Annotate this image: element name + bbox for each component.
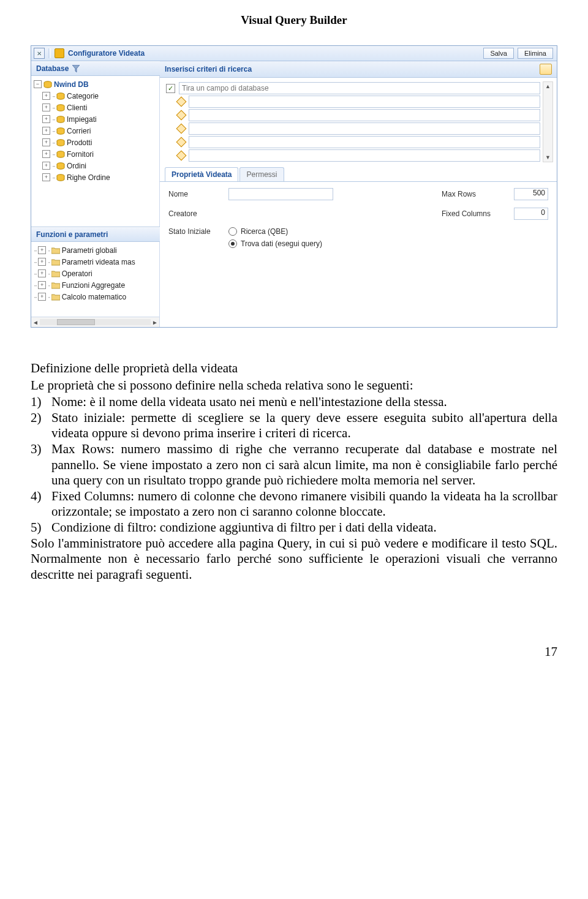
expand-icon[interactable]: + (38, 269, 46, 277)
tree-connector: ·· (48, 246, 50, 255)
expand-icon[interactable]: + (42, 173, 50, 181)
tree-connector: ··· (34, 269, 36, 278)
radio-trovadati[interactable] (228, 239, 237, 248)
expand-icon[interactable]: + (38, 258, 46, 266)
table-item[interactable]: Prodotti (67, 138, 92, 147)
expand-icon[interactable]: + (42, 127, 50, 135)
maxrows-label: Max Rows (442, 190, 509, 198)
tree-connector: ··· (52, 162, 55, 170)
scroll-down-icon[interactable]: ▼ (543, 153, 552, 162)
fixedcols-label: Fixed Columns (442, 209, 509, 218)
function-item[interactable]: Parametri globali (62, 246, 117, 255)
criteria-input[interactable] (189, 96, 540, 108)
function-item[interactable]: Calcolo matematico (62, 293, 126, 301)
section-title: Definizione delle proprietà della videat… (31, 361, 557, 377)
close-icon[interactable]: ✕ (34, 48, 45, 59)
database-panel-header: Database (31, 61, 160, 76)
diamond-icon (176, 97, 187, 107)
criteria-header: Inserisci criteri di ricerca (160, 61, 557, 78)
radio-trovadati-label: Trova dati (esegui query) (241, 239, 322, 248)
diamond-icon (176, 124, 187, 134)
page-number: 17 (31, 644, 557, 660)
table-item[interactable]: Righe Ordine (67, 173, 110, 182)
expand-icon[interactable]: + (38, 246, 46, 254)
database-tree: − Nwind DB +···Categorie+···Clienti+···I… (31, 76, 160, 227)
fixedcols-field[interactable]: 0 (514, 208, 548, 220)
scroll-right-icon[interactable]: ► (151, 319, 159, 326)
table-icon (56, 104, 65, 111)
tree-connector: ··· (34, 281, 36, 290)
list-number: 4) (31, 489, 51, 520)
table-item[interactable]: Impiegati (67, 115, 97, 124)
diamond-icon (176, 137, 187, 148)
tab-properties[interactable]: Proprietà Videata (165, 167, 238, 181)
diamond-icon (176, 151, 187, 161)
expand-icon[interactable]: + (42, 138, 50, 146)
app-panel: ✕ Configuratore Videata Salva Elimina Da… (31, 45, 557, 328)
delete-button[interactable]: Elimina (518, 48, 553, 59)
db-root[interactable]: Nwind DB (54, 80, 89, 89)
table-item[interactable]: Corrieri (67, 127, 91, 135)
scroll-up-icon[interactable]: ▲ (543, 82, 552, 91)
creatore-label: Creatore (168, 209, 224, 218)
horizontal-scrollbar[interactable]: ◄ ► (31, 317, 160, 327)
config-icon (55, 48, 64, 58)
expand-icon[interactable]: + (42, 115, 50, 123)
table-list: +···Categorie+···Clienti+···Impiegati+··… (34, 90, 158, 183)
list-item-text: Max Rows: numero massimo di righe che ve… (51, 442, 557, 489)
function-item[interactable]: Funzioni Aggregate (62, 281, 125, 290)
table-icon (56, 151, 65, 158)
expand-icon[interactable]: + (38, 293, 46, 301)
list-number: 5) (31, 520, 51, 536)
criteria-input[interactable] (189, 109, 540, 121)
functions-panel-header: Funzioni e parametri (31, 227, 160, 242)
radio-ricerca-label: Ricerca (QBE) (241, 227, 288, 236)
separator (48, 48, 51, 58)
nome-label: Nome (168, 190, 224, 198)
tree-connector: ·· (48, 258, 50, 266)
list-item-text: Condizione di filtro: condizione aggiunt… (51, 520, 557, 536)
outro-text: Solo l'amministratore può accedere alla … (31, 536, 557, 583)
tree-connector: ··· (52, 138, 55, 147)
criteria-icon[interactable] (540, 64, 552, 75)
list-item-text: Nome: è il nome della videata usato nei … (51, 394, 557, 410)
tree-connector: ··· (34, 293, 36, 301)
table-item[interactable]: Ordini (67, 162, 86, 170)
scroll-left-icon[interactable]: ◄ (31, 319, 40, 326)
filter-icon[interactable] (72, 65, 80, 72)
maxrows-field[interactable]: 500 (514, 188, 548, 200)
properties-form: Nome Max Rows 500 Creatore Fixed Columns… (160, 182, 557, 260)
expand-icon[interactable]: + (42, 150, 50, 158)
table-item[interactable]: Fornitori (67, 150, 94, 159)
database-icon (43, 81, 52, 88)
collapse-icon[interactable]: − (34, 80, 42, 88)
tree-connector: ··· (34, 258, 36, 266)
save-button[interactable]: Salva (483, 48, 514, 59)
expand-icon[interactable]: + (42, 162, 50, 170)
table-item[interactable]: Categorie (67, 92, 99, 100)
tree-connector: ··· (52, 115, 55, 124)
criteria-input[interactable] (189, 136, 540, 148)
list-number: 1) (31, 394, 51, 410)
scroll-thumb[interactable] (57, 319, 95, 325)
body-text: Definizione delle proprietà della videat… (31, 361, 557, 583)
folder-icon (51, 270, 60, 277)
vertical-scrollbar[interactable]: ▲ ▼ (543, 81, 553, 162)
expand-icon[interactable]: + (42, 103, 50, 111)
table-icon (56, 92, 65, 100)
radio-ricerca[interactable] (228, 227, 237, 236)
list-item-text: Stato iniziale: permette di scegliere se… (51, 410, 557, 442)
criteria-input[interactable] (189, 122, 540, 135)
function-item[interactable]: Operatori (62, 269, 92, 278)
folder-icon (51, 282, 60, 289)
nome-field[interactable] (228, 188, 333, 200)
table-item[interactable]: Clienti (67, 103, 87, 112)
tab-permissions[interactable]: Permessi (239, 167, 284, 181)
window-title: Configuratore Videata (68, 49, 145, 58)
expand-icon[interactable]: + (42, 92, 50, 100)
criteria-checkbox[interactable]: ✓ (166, 84, 175, 93)
expand-icon[interactable]: + (38, 281, 46, 289)
criteria-input[interactable] (189, 149, 540, 162)
criteria-input[interactable]: Tira un campo di database (179, 82, 540, 94)
function-item[interactable]: Parametri videata mas (62, 258, 135, 266)
